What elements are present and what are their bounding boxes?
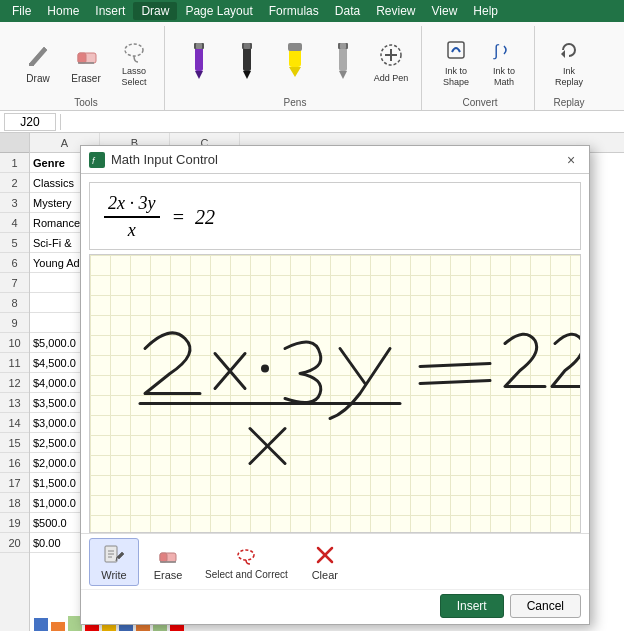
fraction-display: 2x · 3y x	[104, 193, 160, 241]
pen-gray-button[interactable]	[321, 34, 365, 90]
replay-buttons: Ink Replay	[547, 26, 591, 97]
row-header-3: 3	[0, 193, 29, 213]
menu-page-layout[interactable]: Page Layout	[177, 2, 260, 20]
dialog-actions: Insert Cancel	[81, 589, 589, 624]
menu-draw[interactable]: Draw	[133, 2, 177, 20]
svg-marker-25	[561, 50, 565, 58]
menu-formulas[interactable]: Formulas	[261, 2, 327, 20]
write-label: Write	[101, 569, 126, 581]
draw-label: Draw	[26, 73, 49, 85]
numerator: 2x · 3y	[104, 193, 160, 218]
eraser-button[interactable]: Eraser	[64, 34, 108, 90]
insert-button[interactable]: Insert	[440, 594, 504, 618]
svg-rect-8	[196, 43, 202, 49]
pen-black-icon	[231, 45, 263, 77]
row-header-13: 13	[0, 393, 29, 413]
ink-math-button[interactable]: ∫ Ink to Math	[482, 34, 526, 90]
write-tool-button[interactable]: Write	[89, 538, 139, 586]
row-header-19: 19	[0, 513, 29, 533]
dialog-close-button[interactable]: ×	[561, 150, 581, 170]
ink-replay-button[interactable]: Ink Replay	[547, 34, 591, 90]
row-header-10: 10	[0, 333, 29, 353]
ribbon-group-convert: Ink to Shape ∫ Ink to Math Convert	[426, 26, 535, 110]
menu-help[interactable]: Help	[465, 2, 506, 20]
svg-rect-0	[29, 63, 34, 66]
dialog-icon: f	[89, 152, 105, 168]
svg-point-4	[125, 44, 143, 56]
eraser-label: Eraser	[71, 73, 100, 85]
formula-bar: J20	[0, 111, 624, 133]
row-header-18: 18	[0, 493, 29, 513]
ink-math-icon: ∫	[488, 36, 520, 64]
row-header-4: 4	[0, 213, 29, 233]
lasso-button[interactable]: Lasso Select	[112, 34, 156, 90]
select-correct-button[interactable]: Select and Correct	[197, 538, 296, 586]
row-header-20: 20	[0, 533, 29, 553]
svg-rect-23	[448, 42, 464, 58]
ink-replay-icon	[553, 36, 585, 64]
svg-line-30	[420, 364, 490, 367]
cancel-button[interactable]: Cancel	[510, 594, 581, 618]
result-value: 22	[195, 206, 215, 229]
ink-shape-button[interactable]: Ink to Shape	[434, 34, 478, 90]
row-header-14: 14	[0, 413, 29, 433]
clear-label: Clear	[312, 569, 338, 581]
ribbon-group-pens: Add Pen Pens	[169, 26, 422, 110]
chart-bar	[34, 618, 48, 631]
tools-buttons: Draw Eraser	[16, 26, 156, 97]
draw-button[interactable]: Draw	[16, 34, 60, 90]
erase-tool-button[interactable]: Erase	[143, 538, 193, 586]
menu-review[interactable]: Review	[368, 2, 423, 20]
svg-marker-6	[195, 71, 203, 79]
svg-rect-2	[78, 53, 86, 63]
tools-group-label: Tools	[74, 97, 97, 110]
math-preview-area: 2x · 3y x = 22	[89, 182, 581, 250]
handwriting-svg	[90, 255, 580, 532]
clear-tool-button[interactable]: Clear	[300, 538, 350, 586]
add-pen-label: Add Pen	[374, 73, 409, 84]
row-header-7: 7	[0, 273, 29, 293]
ink-replay-label: Ink Replay	[549, 66, 589, 88]
menu-file[interactable]: File	[4, 2, 39, 20]
convert-buttons: Ink to Shape ∫ Ink to Math	[434, 26, 526, 97]
math-formula-display: 2x · 3y x = 22	[102, 191, 215, 241]
erase-label: Erase	[154, 569, 183, 581]
svg-rect-19	[340, 43, 346, 49]
menu-insert[interactable]: Insert	[87, 2, 133, 20]
ribbon-content: Draw Eraser	[0, 22, 624, 110]
menu-view[interactable]: View	[424, 2, 466, 20]
draw-icon	[22, 39, 54, 71]
svg-rect-15	[288, 43, 302, 51]
row-header-16: 16	[0, 453, 29, 473]
select-correct-label: Select and Correct	[205, 569, 288, 580]
dialog-title: Math Input Control	[111, 152, 561, 167]
lasso-label: Lasso Select	[114, 66, 154, 88]
add-pen-button[interactable]: Add Pen	[369, 34, 413, 90]
row-header-9: 9	[0, 313, 29, 333]
svg-rect-39	[160, 553, 167, 562]
convert-group-label: Convert	[462, 97, 497, 110]
pens-buttons: Add Pen	[177, 26, 413, 97]
math-input-dialog: f Math Input Control × 2x · 3y x = 22	[80, 145, 590, 625]
pen-yellow-button[interactable]	[273, 34, 317, 90]
pen-black-button[interactable]	[225, 34, 269, 90]
replay-group-label: Replay	[553, 97, 584, 110]
row-header-8: 8	[0, 293, 29, 313]
svg-line-31	[420, 381, 490, 384]
dialog-titlebar: f Math Input Control ×	[81, 146, 589, 174]
drawing-canvas[interactable]	[89, 254, 581, 533]
chart-bar	[51, 622, 65, 631]
svg-marker-10	[243, 71, 251, 79]
ink-shape-icon	[440, 36, 472, 64]
cell-reference[interactable]: J20	[4, 113, 56, 131]
row-header-5: 5	[0, 233, 29, 253]
ink-math-label: Ink to Math	[484, 66, 524, 88]
menu-data[interactable]: Data	[327, 2, 368, 20]
erase-icon	[156, 543, 180, 567]
ribbon-group-replay: Ink Replay Replay	[539, 26, 599, 110]
corner-cell	[0, 133, 29, 153]
menu-home[interactable]: Home	[39, 2, 87, 20]
row-header-12: 12	[0, 373, 29, 393]
formula-divider	[60, 114, 61, 130]
pen-purple-button[interactable]	[177, 34, 221, 90]
